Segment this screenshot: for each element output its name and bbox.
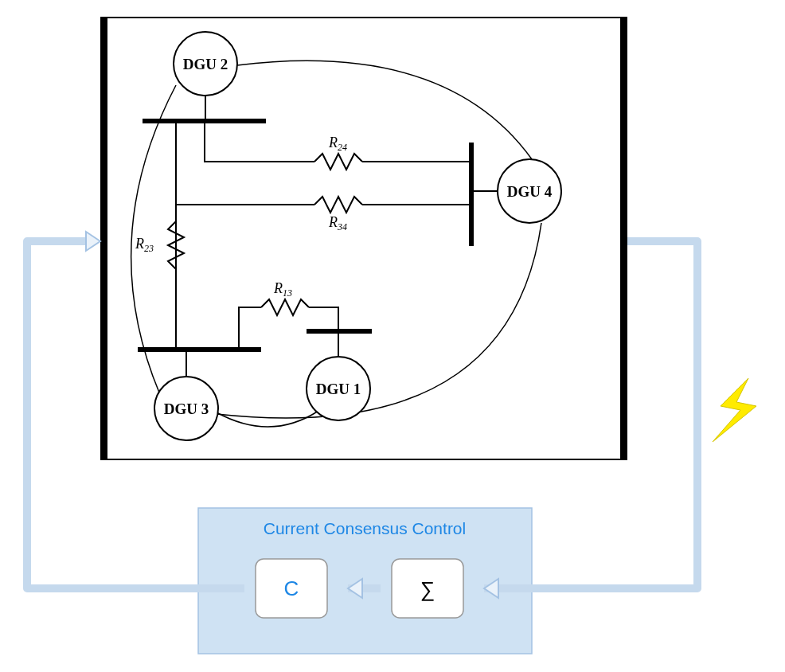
bus-1 xyxy=(307,329,372,334)
block-c: C xyxy=(256,559,327,618)
bus-3 xyxy=(138,347,261,352)
bus-4 xyxy=(469,143,474,246)
svg-rect-2 xyxy=(620,18,627,459)
dgu-3-node: DGU 3 xyxy=(154,377,218,440)
dgu-1-node: DGU 1 xyxy=(307,357,370,420)
bus-2 xyxy=(143,119,266,123)
diagram-canvas: R24 R34 R23 R13 DGU 2 xyxy=(0,0,785,672)
dgu-2-node: DGU 2 xyxy=(174,32,237,96)
svg-text:DGU 1: DGU 1 xyxy=(316,381,361,397)
svg-text:DGU 4: DGU 4 xyxy=(507,183,553,200)
svg-rect-1 xyxy=(100,18,107,459)
svg-text:∑: ∑ xyxy=(420,577,435,601)
control-box: Current Consensus Control xyxy=(198,508,532,654)
dgu-4-node: DGU 4 xyxy=(498,159,561,223)
block-sigma: ∑ xyxy=(392,559,463,618)
svg-text:DGU 3: DGU 3 xyxy=(164,400,209,417)
lightning-icon xyxy=(713,378,756,442)
svg-text:C: C xyxy=(284,576,299,600)
svg-text:DGU 2: DGU 2 xyxy=(183,56,228,72)
control-title: Current Consensus Control xyxy=(264,519,466,537)
